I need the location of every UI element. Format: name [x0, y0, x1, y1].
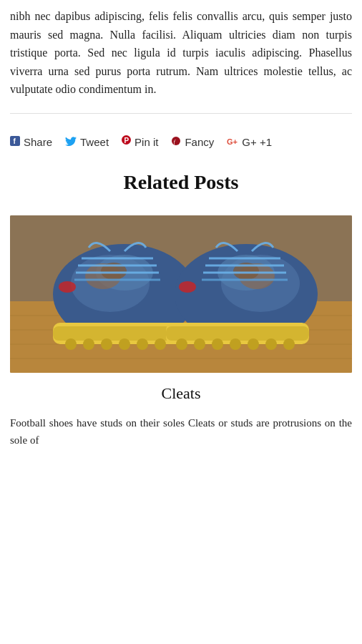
- tweet-button[interactable]: Tweet: [65, 136, 109, 149]
- svg-point-43: [248, 338, 259, 350]
- pin-button[interactable]: P Pin it: [122, 135, 158, 150]
- svg-point-50: [59, 281, 76, 293]
- related-posts-section: Related Posts: [0, 164, 362, 449]
- post-excerpt: Football shoes have studs on their soles…: [0, 414, 362, 449]
- cleats-image: [10, 215, 352, 373]
- article-body: nibh nec dapibus adipiscing, felis felis…: [0, 0, 362, 113]
- related-posts-title: Related Posts: [0, 171, 362, 194]
- svg-point-24: [101, 338, 112, 350]
- share-label: Share: [24, 136, 52, 148]
- fancy-label: Fancy: [185, 136, 214, 148]
- svg-point-27: [155, 338, 166, 350]
- tweet-label: Tweet: [80, 136, 109, 148]
- google-plus-icon: G+: [227, 136, 238, 149]
- svg-point-39: [176, 338, 187, 350]
- svg-point-40: [194, 338, 205, 350]
- svg-rect-38: [166, 326, 309, 341]
- svg-point-22: [65, 338, 77, 350]
- post-image-container[interactable]: [0, 215, 362, 373]
- svg-point-42: [230, 338, 241, 350]
- facebook-icon: f: [10, 136, 20, 149]
- fancy-icon: f: [171, 136, 181, 149]
- post-title[interactable]: Cleats: [0, 384, 362, 403]
- svg-point-51: [179, 281, 196, 293]
- svg-point-45: [283, 338, 295, 350]
- google-button[interactable]: G+ G+ +1: [227, 136, 272, 149]
- divider: [10, 113, 352, 114]
- svg-text:G+: G+: [227, 137, 238, 146]
- svg-point-41: [212, 338, 223, 350]
- svg-point-23: [83, 338, 94, 350]
- svg-point-25: [119, 338, 130, 350]
- article-text: nibh nec dapibus adipiscing, felis felis…: [0, 0, 362, 113]
- google-label: G+ +1: [242, 136, 272, 148]
- post-image[interactable]: [10, 215, 352, 373]
- twitter-icon: [65, 136, 77, 149]
- social-bar: f Share Tweet P Pin it f Fancy: [0, 128, 362, 164]
- svg-point-44: [265, 338, 277, 350]
- svg-point-26: [137, 338, 148, 350]
- share-button[interactable]: f Share: [10, 136, 52, 149]
- pin-label: Pin it: [134, 136, 158, 148]
- fancy-button[interactable]: f Fancy: [171, 136, 214, 149]
- pinterest-icon: P: [122, 135, 131, 150]
- svg-text:P: P: [124, 136, 129, 144]
